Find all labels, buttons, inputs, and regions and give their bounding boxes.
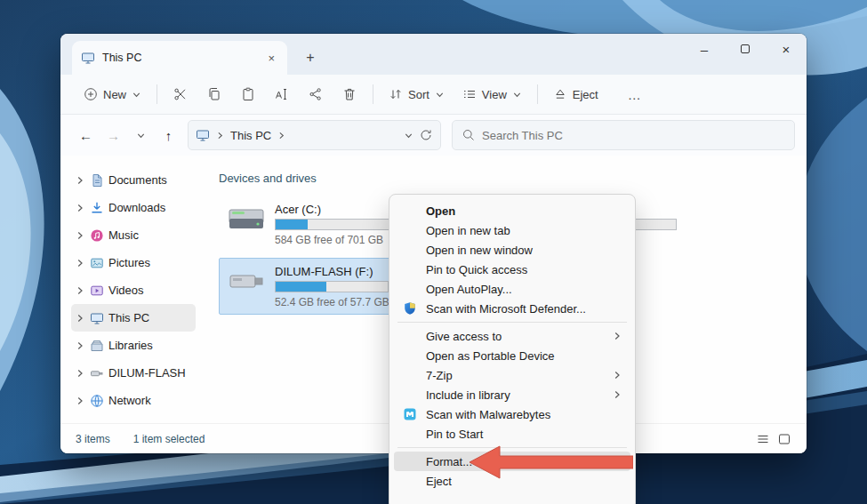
window-controls: – × bbox=[684, 34, 807, 64]
close-button[interactable]: × bbox=[766, 34, 807, 64]
copy-button[interactable] bbox=[197, 81, 231, 108]
refresh-icon[interactable] bbox=[419, 128, 433, 142]
chevron-down-icon bbox=[512, 90, 522, 100]
menu-item-open-in-new-window[interactable]: Open in new window bbox=[394, 240, 630, 260]
sidebar-item-music[interactable]: Music bbox=[71, 221, 196, 249]
menu-item-open-as-portable-device[interactable]: Open as Portable Device bbox=[394, 346, 630, 365]
sidebar-item-dilum-flash[interactable]: DILUM-FLASH bbox=[71, 359, 196, 387]
this-pc-icon bbox=[196, 128, 210, 142]
menu-item-scan-with-malwarebytes[interactable]: Scan with Malwarebytes bbox=[394, 404, 630, 424]
menu-item-label: Open as Portable Device bbox=[426, 349, 555, 363]
sidebar-item-network[interactable]: Network bbox=[71, 387, 196, 414]
breadcrumb-this-pc[interactable]: This PC bbox=[230, 129, 271, 142]
drive-tile-dilum-flash-f[interactable]: DILUM-FLASH (F:)52.4 GB free of 57.7 GB bbox=[219, 258, 397, 315]
hdd-icon bbox=[227, 202, 266, 237]
sidebar-item-documents[interactable]: Documents bbox=[71, 166, 196, 194]
downloads-icon bbox=[90, 201, 104, 215]
menu-item-pin-to-start[interactable]: Pin to Start bbox=[394, 424, 630, 444]
menu-item-icon-slot bbox=[403, 301, 426, 316]
rename-icon bbox=[275, 87, 289, 101]
details-view-button[interactable] bbox=[756, 432, 770, 446]
eject-button[interactable]: Eject bbox=[544, 82, 607, 107]
red-arrow-shape bbox=[470, 446, 633, 478]
sort-button-label: Sort bbox=[408, 88, 429, 101]
menu-item-open-autoplay[interactable]: Open AutoPlay... bbox=[394, 279, 630, 299]
address-dropdown-icon[interactable] bbox=[404, 131, 413, 140]
item-count: 3 items bbox=[76, 433, 110, 445]
forward-button[interactable]: → bbox=[100, 122, 127, 148]
sidebar-item-this-pc[interactable]: This PC bbox=[71, 304, 196, 332]
menu-item-scan-with-microsoft-defender[interactable]: Scan with Microsoft Defender... bbox=[394, 299, 630, 318]
chevron-right-icon bbox=[612, 389, 622, 400]
minimize-button[interactable]: – bbox=[684, 34, 725, 64]
up-button[interactable]: ↑ bbox=[155, 122, 182, 148]
command-bar: New Sort View Eje bbox=[60, 75, 807, 115]
red-arrow-annotation bbox=[470, 445, 633, 479]
pictures-icon bbox=[90, 256, 104, 270]
menu-item-pin-to-quick-access[interactable]: Pin to Quick access bbox=[394, 260, 630, 279]
ellipsis-icon: … bbox=[628, 87, 642, 102]
cut-button[interactable] bbox=[164, 81, 197, 108]
menu-item-open-in-new-tab[interactable]: Open in new tab bbox=[394, 220, 630, 240]
delete-button[interactable] bbox=[333, 81, 366, 108]
menu-item-open[interactable]: Open bbox=[394, 201, 630, 220]
sidebar-item-libraries[interactable]: Libraries bbox=[71, 332, 196, 359]
paste-button[interactable] bbox=[231, 81, 265, 108]
view-toggle-group bbox=[756, 432, 791, 446]
usbdrive-icon bbox=[227, 264, 266, 300]
menu-item-give-access-to[interactable]: Give access to bbox=[394, 326, 630, 346]
this-pc-icon bbox=[81, 51, 95, 65]
group-header-devices-and-drives[interactable]: Devices and drives bbox=[219, 172, 807, 185]
selection-count: 1 item selected bbox=[133, 433, 205, 445]
search-input[interactable] bbox=[482, 129, 785, 142]
chevron-right-icon bbox=[612, 370, 622, 380]
chevron-right-icon bbox=[75, 396, 85, 406]
sort-button[interactable]: Sort bbox=[380, 82, 454, 107]
music-icon bbox=[90, 228, 104, 243]
thumbnail-view-button[interactable] bbox=[777, 432, 791, 446]
menu-item-include-in-library[interactable]: Include in library bbox=[394, 385, 630, 404]
drive-usage-fill bbox=[276, 282, 326, 292]
drive-name: DILUM-FLASH (F:) bbox=[275, 265, 389, 278]
share-icon bbox=[309, 87, 323, 101]
tab-bar: This PC × + – × bbox=[60, 34, 807, 75]
menu-item-7-zip[interactable]: 7-Zip bbox=[394, 365, 630, 385]
view-button[interactable]: View bbox=[454, 82, 531, 107]
rename-button[interactable] bbox=[265, 81, 299, 108]
sidebar-item-videos[interactable]: Videos bbox=[71, 276, 196, 304]
usb-icon bbox=[90, 366, 104, 380]
sidebar-item-downloads[interactable]: Downloads bbox=[71, 194, 196, 221]
sidebar-item-label: Music bbox=[108, 228, 139, 242]
menu-item-label: Eject bbox=[426, 475, 452, 488]
view-button-label: View bbox=[482, 88, 507, 101]
sidebar-item-label: This PC bbox=[108, 311, 149, 324]
toolbar-separator bbox=[537, 84, 538, 104]
menu-item-label: 7-Zip bbox=[426, 369, 453, 382]
drive-usage-bar bbox=[275, 281, 389, 292]
recent-locations-button[interactable] bbox=[127, 122, 155, 148]
drive-usage-fill bbox=[276, 220, 308, 229]
share-button[interactable] bbox=[299, 81, 333, 108]
tab-this-pc[interactable]: This PC × bbox=[72, 41, 287, 75]
tab-close-icon[interactable]: × bbox=[264, 52, 278, 65]
sidebar-item-pictures[interactable]: Pictures bbox=[71, 249, 196, 276]
back-button[interactable]: ← bbox=[72, 122, 100, 148]
view-icon bbox=[462, 87, 477, 101]
desktop-screen: This PC × + – × New bbox=[0, 0, 867, 504]
address-bar[interactable]: This PC bbox=[188, 120, 441, 150]
new-tab-button[interactable]: + bbox=[298, 45, 323, 70]
chevron-right-icon bbox=[75, 203, 85, 213]
maximize-button[interactable] bbox=[725, 34, 766, 64]
search-box[interactable] bbox=[452, 120, 795, 150]
chevron-right-icon bbox=[75, 368, 85, 379]
new-button[interactable]: New bbox=[75, 82, 150, 107]
pc-icon bbox=[90, 311, 104, 325]
network-icon bbox=[90, 394, 104, 408]
chevron-right-icon bbox=[75, 230, 85, 241]
sidebar-item-label: Downloads bbox=[108, 201, 165, 214]
more-options-button[interactable]: … bbox=[618, 81, 652, 108]
libraries-icon bbox=[90, 339, 104, 353]
chevron-down-icon bbox=[435, 90, 445, 100]
menu-item-label: Scan with Microsoft Defender... bbox=[426, 302, 586, 316]
trash-icon bbox=[342, 87, 357, 101]
